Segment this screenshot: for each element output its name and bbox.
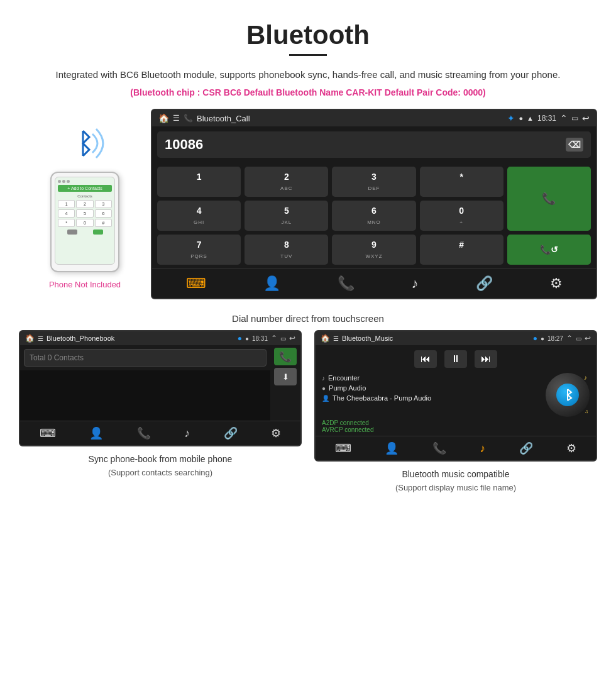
backspace-button[interactable]: ⌫ bbox=[566, 138, 583, 152]
phone-key-hash[interactable]: # bbox=[95, 219, 112, 227]
dialer-number-row: 10086 ⌫ bbox=[157, 131, 591, 158]
window-icon[interactable]: ▭ bbox=[571, 114, 578, 123]
key-5[interactable]: 5JKL bbox=[245, 201, 328, 231]
mus-nav-link[interactable]: 🔗 bbox=[519, 441, 533, 455]
mus-app-title: Bluetooth_Music bbox=[342, 335, 530, 342]
nav-link-icon[interactable]: 🔗 bbox=[476, 275, 493, 292]
key-6[interactable]: 6MNO bbox=[332, 201, 415, 231]
pb-buttons: 📞 ⬇ bbox=[270, 345, 300, 388]
call-button[interactable]: 📞 bbox=[507, 167, 591, 231]
pb-back-icon[interactable]: ↩ bbox=[289, 334, 295, 343]
back-icon[interactable]: ↩ bbox=[582, 113, 590, 123]
car-screen: 🏠 ☰ 📞 Bluetooth_Call ✦ ● ▲ 18:31 ⌃ ▭ ↩ 1… bbox=[151, 109, 597, 299]
title-underline bbox=[289, 54, 327, 56]
nav-dialpad-icon[interactable]: ⌨ bbox=[186, 275, 206, 292]
bottom-panels: 🏠 ☰ Bluetooth_Phonebook ● ● 18:31 ⌃ ▭ ↩ … bbox=[0, 330, 616, 507]
pb-menu-icon: ☰ bbox=[38, 335, 43, 342]
mus-bt-icon: ● bbox=[533, 334, 537, 343]
nav-music-icon[interactable]: ♪ bbox=[412, 275, 419, 292]
home-icon[interactable]: 🏠 bbox=[158, 113, 169, 123]
phone-contacts-label: Contacts bbox=[58, 194, 112, 198]
menu-icon[interactable]: ☰ bbox=[173, 114, 180, 123]
pb-wifi-icon: ● bbox=[245, 335, 249, 342]
mus-track-1: ♪ Encounter bbox=[322, 373, 542, 383]
key-2[interactable]: 2ABC bbox=[245, 167, 328, 197]
pb-import-button[interactable]: ⬇ bbox=[274, 368, 297, 385]
panel-divider bbox=[302, 330, 314, 494]
pb-time: 18:31 bbox=[252, 335, 268, 342]
key-1[interactable]: 1 bbox=[157, 167, 241, 197]
mus-nav-music[interactable]: ♪ bbox=[480, 442, 485, 455]
subtitle-text: Integrated with BC6 Bluetooth module, su… bbox=[0, 67, 616, 87]
pb-expand-icon[interactable]: ⌃ bbox=[271, 334, 277, 343]
pb-nav-settings[interactable]: ⚙ bbox=[271, 426, 281, 440]
mus-window-icon[interactable]: ▭ bbox=[576, 335, 581, 342]
phone-side: + Add to Contacts Contacts 1 2 3 4 5 6 *… bbox=[19, 109, 151, 289]
phone-key-5[interactable]: 5 bbox=[76, 209, 93, 218]
phone-not-included-label: Phone Not Included bbox=[49, 280, 121, 289]
key-3[interactable]: 3DEF bbox=[332, 167, 415, 197]
mus-track-name-1: Encounter bbox=[328, 374, 360, 382]
keypad-grid: 1 2ABC 3DEF * 📞 4GHI 5JKL 6MNO 0+ bbox=[152, 163, 596, 268]
mus-nav-settings[interactable]: ⚙ bbox=[566, 441, 576, 455]
car-bottom-nav: ⌨ 👤 📞 ♪ 🔗 ⚙ bbox=[152, 268, 596, 298]
phone-key-3[interactable]: 3 bbox=[95, 200, 112, 208]
mus-nav-calllog[interactable]: 📞 bbox=[432, 441, 446, 455]
phone-end-btn[interactable] bbox=[67, 230, 77, 235]
phone-dot-2 bbox=[62, 180, 65, 183]
pb-nav-contacts[interactable]: 👤 bbox=[89, 426, 103, 440]
pb-call-button[interactable]: 📞 bbox=[274, 348, 297, 365]
car-status-bar: 🏠 ☰ 📞 Bluetooth_Call ✦ ● ▲ 18:31 ⌃ ▭ ↩ bbox=[152, 110, 596, 126]
dialed-number: 10086 bbox=[165, 136, 203, 153]
pb-nav-dialpad[interactable]: ⌨ bbox=[40, 426, 56, 440]
nav-settings-icon[interactable]: ⚙ bbox=[550, 275, 563, 292]
phone-key-0[interactable]: 0 bbox=[76, 219, 93, 227]
key-7[interactable]: 7PQRS bbox=[157, 235, 241, 265]
time-display: 18:31 bbox=[537, 114, 556, 123]
nav-contacts-icon[interactable]: 👤 bbox=[263, 275, 280, 292]
mus-home-icon[interactable]: 🏠 bbox=[321, 334, 330, 343]
key-8[interactable]: 8TUV bbox=[245, 235, 328, 265]
wifi-icon: ● bbox=[519, 114, 523, 122]
avrcp-status: AVRCP connected bbox=[322, 426, 590, 433]
chip-info-text: (Bluetooth chip : CSR BC6 Default Blueto… bbox=[0, 87, 616, 109]
key-star[interactable]: * bbox=[420, 167, 503, 197]
pb-nav-music[interactable]: ♪ bbox=[184, 427, 190, 440]
mus-expand-icon[interactable]: ⌃ bbox=[566, 334, 573, 343]
phone-key-2[interactable]: 2 bbox=[76, 200, 93, 208]
nav-calllog-icon[interactable]: 📞 bbox=[338, 275, 355, 292]
vinyl-note-1: ♪ bbox=[584, 374, 587, 381]
phone-dialpad: 1 2 3 4 5 6 * 0 # bbox=[58, 200, 112, 227]
key-9[interactable]: 9WXYZ bbox=[332, 235, 415, 265]
phone-key-star[interactable]: * bbox=[58, 219, 75, 227]
key-hash[interactable]: # bbox=[420, 235, 503, 265]
pb-nav-link[interactable]: 🔗 bbox=[224, 426, 238, 440]
phone-key-1[interactable]: 1 bbox=[58, 200, 75, 208]
phone-add-contacts-bar: + Add to Contacts bbox=[58, 185, 112, 192]
mus-nav-dialpad[interactable]: ⌨ bbox=[335, 441, 351, 455]
pb-window-icon[interactable]: ▭ bbox=[280, 335, 286, 342]
music-panel: 🏠 ☰ Bluetooth_Music ● ● 18:27 ⌃ ▭ ↩ ⏮ ⏸ … bbox=[314, 330, 597, 494]
mus-wifi-icon: ● bbox=[541, 335, 544, 342]
mus-dot-icon: ● bbox=[322, 385, 326, 392]
key-0[interactable]: 0+ bbox=[420, 201, 503, 231]
bluetooth-icon-wrap bbox=[60, 121, 110, 165]
phone-key-6[interactable]: 6 bbox=[95, 209, 112, 218]
pb-nav-calllog[interactable]: 📞 bbox=[137, 426, 151, 440]
music-caption: Bluetooth music compatible (Support disp… bbox=[389, 462, 522, 494]
mus-play-button[interactable]: ⏸ bbox=[444, 350, 467, 368]
mus-nav-contacts[interactable]: 👤 bbox=[385, 441, 399, 455]
redial-button[interactable]: 📞↺ bbox=[507, 235, 591, 265]
pb-search-box[interactable]: Total 0 Contacts bbox=[24, 349, 267, 367]
phone-bottom-bar bbox=[58, 227, 112, 235]
mus-prev-button[interactable]: ⏮ bbox=[414, 350, 437, 368]
phone-call-btn[interactable] bbox=[93, 230, 103, 235]
key-4[interactable]: 4GHI bbox=[157, 201, 241, 231]
expand-icon[interactable]: ⌃ bbox=[560, 113, 568, 123]
mus-next-button[interactable]: ⏭ bbox=[475, 350, 497, 368]
mus-back-icon[interactable]: ↩ bbox=[585, 334, 591, 343]
pb-home-icon[interactable]: 🏠 bbox=[25, 334, 35, 343]
phone-key-4[interactable]: 4 bbox=[58, 209, 75, 218]
phone-dot-3 bbox=[67, 180, 70, 183]
mus-person-icon: 👤 bbox=[322, 395, 329, 402]
